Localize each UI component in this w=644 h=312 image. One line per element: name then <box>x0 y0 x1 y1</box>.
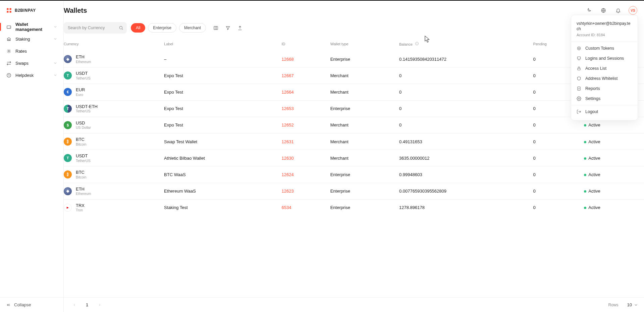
sidebar-item-wallet-management[interactable]: Wallet management <box>0 21 63 33</box>
menu-item-logout[interactable]: Logout <box>571 107 638 117</box>
chip-label: All <box>136 25 140 30</box>
filter-button[interactable] <box>224 24 231 32</box>
wallet-label: – <box>164 57 166 62</box>
wallet-id-link[interactable]: 6534 <box>282 205 291 210</box>
wallet-id-link[interactable]: 12667 <box>282 73 294 78</box>
chip-all[interactable]: All <box>131 23 145 33</box>
currency-icon: T <box>64 154 72 162</box>
table-row[interactable]: ₿ BTC Bitcoin Swap Test Wallet 12631 Mer… <box>64 133 644 150</box>
wallet-label: Expo Test <box>164 90 183 95</box>
menu-item-reports[interactable]: Reports <box>571 84 638 94</box>
wallet-type: Merchant <box>330 90 348 95</box>
wallet-id-link[interactable]: 12631 <box>282 139 294 144</box>
currency-name: TetherUS <box>76 109 98 113</box>
wallet-pending: 0 <box>533 57 536 62</box>
currency-name: Ethereum <box>76 60 91 64</box>
wallet-balance: 0.141593508420311472 <box>399 57 446 62</box>
table-row[interactable]: ₿ BTC Bitcoin BTC WaaS 12624 Enterprise … <box>64 166 644 183</box>
rates-icon <box>6 48 11 54</box>
swaps-icon <box>6 60 11 66</box>
menu-item-address-whitelist[interactable]: Address Whitelist <box>571 73 638 84</box>
search-input[interactable] <box>64 22 127 34</box>
currency-symbol: ETH <box>76 54 91 60</box>
sidebar-item-rates[interactable]: Rates <box>0 45 63 57</box>
table-row[interactable]: $ USD US Dollar Expo Test 12652 Merchant… <box>64 117 644 133</box>
menu-item-label: Reports <box>585 86 600 91</box>
status-dot-icon <box>584 157 586 160</box>
currency-symbol: USD <box>76 120 91 126</box>
language-button[interactable] <box>599 6 608 15</box>
table-row[interactable]: T USDT TetherUS Athletic Bilbao Wallet 1… <box>64 150 644 166</box>
main-panel: Wallets <box>64 1 644 312</box>
wallet-balance: 0 <box>399 73 401 78</box>
currency-cell: ◆ ETH Ethereum <box>64 54 164 64</box>
export-button[interactable] <box>236 24 244 32</box>
sidebar-item-label: Swaps <box>15 61 49 66</box>
wallet-id-link[interactable]: 12652 <box>282 122 294 127</box>
currency-cell: ▸ TRX Tron <box>64 203 164 212</box>
page-prev-button[interactable] <box>70 303 79 307</box>
th-label[interactable]: Label <box>164 38 281 51</box>
page-next-button[interactable] <box>95 303 104 307</box>
sidebar-item-helpdesk[interactable]: Helpdesk <box>0 69 63 81</box>
wallet-id-link[interactable]: 12624 <box>282 172 294 177</box>
brand-row[interactable]: B2BINPAY <box>0 1 63 20</box>
th-wallet-type[interactable]: Wallet type <box>330 38 399 51</box>
th-currency[interactable]: Currency <box>64 38 164 51</box>
chevron-down-icon <box>53 37 57 41</box>
svg-point-11 <box>577 47 580 50</box>
wallet-status: Active <box>588 139 600 144</box>
wallet-label: Staking Test <box>164 205 188 210</box>
chip-merchant[interactable]: Merchant <box>179 23 206 33</box>
wallet-label: BTC WaaS <box>164 172 186 177</box>
table-row[interactable]: ▸ TRX Tron Staking Test 6534 Enterprise … <box>64 199 644 216</box>
table-row[interactable]: ◆ ETH Ethereum Ethereum WaaS 12623 Enter… <box>64 183 644 199</box>
wallet-pending: 0 <box>533 122 536 127</box>
sidebar-item-label: Wallet management <box>15 22 49 32</box>
status-dot-icon <box>584 141 586 143</box>
th-balance[interactable]: Balance <box>399 38 533 51</box>
theme-toggle-button[interactable] <box>584 6 593 15</box>
wallet-id-link[interactable]: 12623 <box>282 189 294 194</box>
svg-point-8 <box>119 26 122 29</box>
logout-icon <box>577 109 581 114</box>
brand-logo-icon <box>6 7 12 13</box>
chip-enterprise[interactable]: Enterprise <box>148 23 176 33</box>
wallet-type: Merchant <box>330 139 348 144</box>
filter-chips: All Enterprise Merchant <box>131 23 206 33</box>
menu-item-custom-tokens[interactable]: Custom Tokens <box>571 43 638 53</box>
info-icon[interactable] <box>415 42 419 46</box>
avatar-button[interactable]: VS <box>629 6 637 15</box>
sidebar-item-swaps[interactable]: Swaps <box>0 57 63 69</box>
wallet-pending: 0 <box>533 139 536 144</box>
svg-point-6 <box>7 73 10 77</box>
chevron-down-icon <box>634 303 638 307</box>
table-row[interactable]: € EUR Euro Expo Test 12664 Merchant 0 0 … <box>64 84 644 100</box>
menu-item-access-list[interactable]: Access List <box>571 63 638 73</box>
wallet-id-link[interactable]: 12664 <box>282 90 294 95</box>
wallet-id-link[interactable]: 12630 <box>282 156 294 161</box>
collapse-button[interactable]: Collapse <box>0 297 63 312</box>
currency-name: Euro <box>76 93 85 97</box>
sidebar: B2BINPAY Wallet management Staking <box>0 1 64 312</box>
table-row[interactable]: ◆ ETH Ethereum – 12668 Enterprise 0.1415… <box>64 51 644 67</box>
sidebar-item-staking[interactable]: Staking <box>0 33 63 45</box>
notifications-button[interactable] <box>614 6 623 15</box>
columns-button[interactable] <box>212 24 219 32</box>
menu-item-logins-sessions[interactable]: Logins and Sessions <box>571 53 638 63</box>
svg-point-16 <box>578 98 580 99</box>
wallet-pending: 0 <box>533 172 536 177</box>
menu-item-settings[interactable]: Settings <box>571 94 638 104</box>
table-row[interactable]: T USDT TetherUS Expo Test 12667 Merchant… <box>64 67 644 84</box>
wallet-type: Enterprise <box>330 205 350 210</box>
svg-rect-13 <box>577 57 580 59</box>
wallet-id-link[interactable]: 12653 <box>282 106 294 111</box>
rows-per-page-select[interactable]: 10 <box>627 302 638 307</box>
wallet-balance: 0 <box>399 122 401 127</box>
status-dot-icon <box>584 190 586 193</box>
wallet-label: Expo Test <box>164 106 183 111</box>
wallet-id-link[interactable]: 12668 <box>282 57 294 62</box>
th-id[interactable]: ID <box>282 38 330 51</box>
table-row[interactable]: T USDT-ETH TetherUS Expo Test 12653 Ente… <box>64 100 644 117</box>
currency-name: Tron <box>76 208 85 212</box>
